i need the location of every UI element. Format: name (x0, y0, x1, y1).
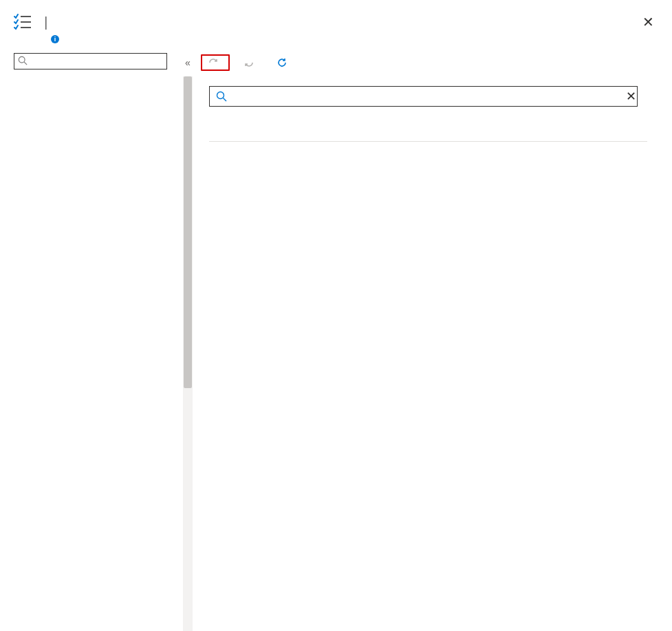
page-title: | (41, 12, 638, 31)
sidebar (0, 50, 177, 631)
resource-providers-icon (14, 14, 32, 30)
collapse-sidebar-button[interactable]: « (182, 54, 193, 71)
sidebar-collapse: « (177, 50, 198, 631)
command-bar (198, 50, 658, 75)
filter-input[interactable] (209, 86, 638, 107)
info-icon[interactable]: i (51, 35, 59, 43)
refresh-icon (277, 57, 288, 68)
title-separator: | (41, 14, 50, 30)
sidebar-search-input[interactable] (14, 53, 167, 69)
clear-filter-icon[interactable]: ✕ (626, 89, 636, 104)
register-button[interactable] (201, 54, 230, 71)
close-icon[interactable]: ✕ (638, 12, 658, 32)
refresh-button[interactable] (272, 54, 296, 71)
sidebar-scrollbar[interactable] (183, 76, 193, 631)
unregister-button[interactable] (239, 54, 263, 71)
subtitle: i (41, 34, 638, 43)
table-header (209, 134, 647, 142)
register-icon (208, 57, 219, 68)
main-pane: ✕ (198, 50, 672, 631)
unregister-icon (243, 57, 254, 68)
